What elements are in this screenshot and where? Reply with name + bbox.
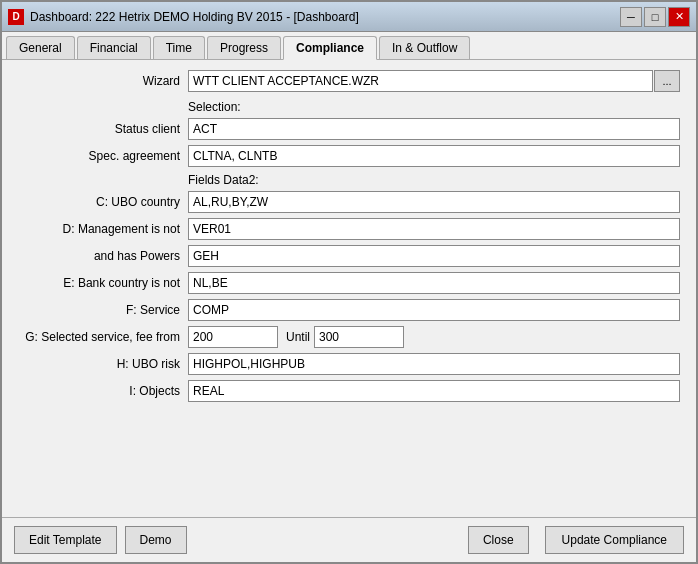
- fee-from-input[interactable]: [188, 326, 278, 348]
- ubo-country-label: C: UBO country: [18, 195, 188, 209]
- wizard-browse-button[interactable]: ...: [654, 70, 680, 92]
- ubo-risk-label: H: UBO risk: [18, 357, 188, 371]
- objects-row: I: Objects: [18, 380, 680, 402]
- spec-agreement-label: Spec. agreement: [18, 149, 188, 163]
- title-bar: D Dashboard: 222 Hetrix DEMO Holding BV …: [2, 2, 696, 32]
- window-controls: ─ □ ✕: [620, 7, 690, 27]
- tab-bar: General Financial Time Progress Complian…: [2, 32, 696, 60]
- management-input[interactable]: [188, 218, 680, 240]
- tab-inoutflow[interactable]: In & Outflow: [379, 36, 470, 59]
- tab-progress[interactable]: Progress: [207, 36, 281, 59]
- edit-template-button[interactable]: Edit Template: [14, 526, 117, 554]
- update-compliance-button[interactable]: Update Compliance: [545, 526, 684, 554]
- ubo-country-input[interactable]: [188, 191, 680, 213]
- fields-data2-header: Fields Data2:: [188, 173, 680, 187]
- main-window: D Dashboard: 222 Hetrix DEMO Holding BV …: [0, 0, 698, 564]
- bank-country-input[interactable]: [188, 272, 680, 294]
- minimize-button[interactable]: ─: [620, 7, 642, 27]
- objects-label: I: Objects: [18, 384, 188, 398]
- bank-country-label: E: Bank country is not: [18, 276, 188, 290]
- spec-agreement-input[interactable]: [188, 145, 680, 167]
- tab-general[interactable]: General: [6, 36, 75, 59]
- wizard-label: Wizard: [18, 74, 188, 88]
- close-button[interactable]: Close: [468, 526, 529, 554]
- ubo-risk-row: H: UBO risk: [18, 353, 680, 375]
- footer: Edit Template Demo Close Update Complian…: [2, 517, 696, 562]
- fee-row: G: Selected service, fee from Until: [18, 326, 680, 348]
- wizard-row: Wizard ...: [18, 70, 680, 92]
- fee-until-label: Until: [286, 330, 310, 344]
- wizard-input-wrapper: ...: [188, 70, 680, 92]
- tab-compliance[interactable]: Compliance: [283, 36, 377, 60]
- restore-button[interactable]: □: [644, 7, 666, 27]
- status-client-row: Status client: [18, 118, 680, 140]
- service-input[interactable]: [188, 299, 680, 321]
- management-label: D: Management is not: [18, 222, 188, 236]
- management-row: D: Management is not: [18, 218, 680, 240]
- status-client-input[interactable]: [188, 118, 680, 140]
- wizard-input[interactable]: [188, 70, 653, 92]
- close-window-button[interactable]: ✕: [668, 7, 690, 27]
- app-icon: D: [8, 9, 24, 25]
- tab-financial[interactable]: Financial: [77, 36, 151, 59]
- fee-label: G: Selected service, fee from: [18, 330, 188, 344]
- content-area: Wizard ... Selection: Status client Spec…: [2, 60, 696, 517]
- ubo-risk-input[interactable]: [188, 353, 680, 375]
- demo-button[interactable]: Demo: [125, 526, 187, 554]
- powers-row: and has Powers: [18, 245, 680, 267]
- service-label: F: Service: [18, 303, 188, 317]
- fee-until-input[interactable]: [314, 326, 404, 348]
- window-title: Dashboard: 222 Hetrix DEMO Holding BV 20…: [30, 10, 620, 24]
- objects-input[interactable]: [188, 380, 680, 402]
- powers-input[interactable]: [188, 245, 680, 267]
- selection-header: Selection:: [188, 100, 680, 114]
- bank-country-row: E: Bank country is not: [18, 272, 680, 294]
- status-client-label: Status client: [18, 122, 188, 136]
- service-row: F: Service: [18, 299, 680, 321]
- tab-time[interactable]: Time: [153, 36, 205, 59]
- powers-label: and has Powers: [18, 249, 188, 263]
- spec-agreement-row: Spec. agreement: [18, 145, 680, 167]
- ubo-country-row: C: UBO country: [18, 191, 680, 213]
